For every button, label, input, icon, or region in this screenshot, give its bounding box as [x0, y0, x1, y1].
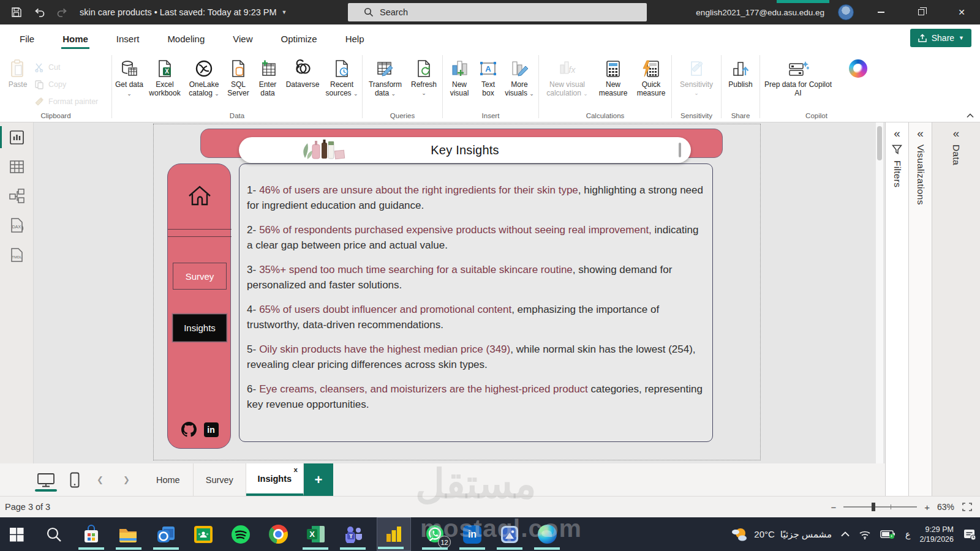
add-page-button[interactable]: + [304, 463, 333, 496]
minimize-button[interactable] [867, 0, 894, 24]
close-tab-icon[interactable]: x [293, 466, 297, 473]
format-painter-button: Format painter [34, 93, 98, 110]
desktop-layout-button[interactable] [37, 463, 55, 496]
outlook-icon[interactable] [153, 517, 179, 551]
clock[interactable]: 9:29 PM 2/19/2026 [919, 525, 954, 544]
filters-panel-collapsed[interactable]: « Filters [885, 122, 908, 496]
get-data-icon [120, 56, 138, 81]
prep-data-copilot-button[interactable]: Prep data for Copilot AI [761, 55, 835, 99]
restore-button[interactable] [908, 0, 935, 24]
paste-icon [9, 56, 27, 81]
weather-widget[interactable]: 20°C مشمس جزئيًا [730, 527, 832, 542]
menu-optimize[interactable]: Optimize [280, 28, 318, 49]
onelake-catalog-button[interactable]: OneLake catalog ⌄ [184, 55, 224, 99]
copilot-logo-button[interactable] [845, 55, 872, 82]
undo-icon[interactable] [33, 7, 45, 18]
teams-icon[interactable]: T [339, 517, 366, 551]
get-data-button[interactable]: Get data ⌄ [113, 55, 145, 99]
dataverse-button[interactable]: Dataverse [282, 55, 323, 91]
expand-filters-icon[interactable]: « [894, 129, 900, 138]
insights-text-box[interactable]: 1-46% of users are unsure about the righ… [239, 163, 713, 442]
menu-bar: File Home Insert Modeling View Optimize … [0, 24, 980, 51]
tab-insights[interactable]: Insights x [246, 463, 304, 496]
recent-sources-button[interactable]: Recent sources ⌄ [323, 55, 361, 99]
account-avatar[interactable] [838, 4, 854, 20]
enter-data-button[interactable]: Enter data [253, 55, 282, 99]
ribbon-group-share: Publish Share [723, 51, 758, 122]
start-button[interactable] [3, 517, 30, 551]
model-view-button[interactable] [0, 181, 34, 211]
menu-file[interactable]: File [18, 28, 36, 49]
notification-center-icon[interactable] [963, 528, 976, 541]
close-button[interactable]: ✕ [948, 0, 975, 24]
quick-measure-button[interactable]: Quick measure [632, 55, 670, 99]
insights-header-pill[interactable]: Key Insights [239, 137, 691, 163]
prep-data-copilot-icon [787, 56, 809, 81]
photos-icon[interactable] [496, 517, 523, 551]
more-visuals-button[interactable]: More visuals ⌄ [502, 55, 537, 99]
battery-icon[interactable] [880, 530, 896, 539]
sql-server-button[interactable]: SQL Server [224, 55, 253, 99]
tab-home[interactable]: Home [143, 463, 194, 496]
wifi-icon[interactable] [859, 530, 871, 539]
keyboard-language-indicator[interactable]: ع [905, 530, 910, 539]
whatsapp-icon[interactable]: 12 [421, 517, 448, 551]
prev-page-arrow[interactable]: ❮ [94, 475, 106, 484]
taskbar-search-button[interactable] [40, 517, 67, 551]
insights-nav-button[interactable]: Insights [173, 314, 227, 342]
google-classroom-icon[interactable] [190, 517, 217, 551]
excel-workbook-button[interactable]: X Excel workbook [145, 55, 184, 99]
tmdl-view-button[interactable]: TMDL [0, 240, 34, 269]
new-visual-button[interactable]: New visual [444, 55, 475, 99]
menu-modeling[interactable]: Modeling [166, 28, 206, 49]
linkedin-icon-taskbar[interactable]: in [459, 517, 486, 551]
spotify-icon[interactable] [227, 517, 254, 551]
next-page-arrow[interactable]: ❯ [121, 475, 132, 484]
tray-chevron-up-icon[interactable] [841, 531, 850, 537]
zoom-slider-handle[interactable] [872, 503, 875, 511]
data-panel-collapsed[interactable]: « Data [932, 122, 980, 496]
ribbon: Paste Cut Copy Format painter Clipboard [0, 51, 980, 122]
report-canvas[interactable]: Key Insights Survey Insights in 1-46% of… [34, 122, 885, 463]
account-email[interactable]: english2021_177@edu.asu.edu.eg [696, 8, 824, 17]
expand-data-icon[interactable]: « [953, 129, 960, 138]
zoom-slider[interactable] [843, 506, 917, 508]
transform-data-button[interactable]: Transform data ⌄ [364, 55, 407, 99]
new-measure-button[interactable]: New measure [594, 55, 632, 99]
table-view-button[interactable] [0, 152, 34, 181]
github-icon[interactable] [181, 422, 197, 437]
menu-view[interactable]: View [232, 28, 254, 49]
microsoft-store-icon[interactable] [78, 517, 105, 551]
excel-icon[interactable]: X [302, 517, 329, 551]
share-button[interactable]: Share ▼ [910, 29, 971, 47]
menu-insert[interactable]: Insert [115, 28, 141, 49]
chrome-icon[interactable] [265, 517, 292, 551]
refresh-button[interactable]: Refresh ⌄ [407, 55, 441, 99]
quick-measure-icon [641, 56, 661, 81]
text-box-button[interactable]: A Text box [475, 55, 502, 99]
mobile-layout-button[interactable] [70, 463, 80, 496]
document-title[interactable]: skin care products • Last saved: Today a… [80, 7, 287, 17]
tab-survey[interactable]: Survey [194, 463, 246, 496]
save-icon[interactable] [11, 7, 22, 18]
menu-help[interactable]: Help [344, 28, 366, 49]
report-view-button[interactable] [0, 122, 34, 152]
survey-nav-button[interactable]: Survey [173, 263, 227, 290]
canvas-scrollbar[interactable] [876, 122, 883, 463]
expand-visualizations-icon[interactable]: « [917, 129, 924, 138]
power-bi-icon[interactable] [377, 517, 411, 551]
edge-icon[interactable] [533, 517, 560, 551]
menu-home[interactable]: Home [61, 28, 89, 49]
dax-query-view-button[interactable]: DAX [0, 211, 34, 240]
visualizations-panel-collapsed[interactable]: « Visualizations [908, 122, 932, 496]
home-nav-button[interactable] [168, 182, 232, 209]
file-explorer-icon[interactable] [115, 517, 142, 551]
ribbon-collapse-button[interactable] [967, 113, 974, 118]
redo-icon[interactable] [56, 7, 69, 18]
search-input[interactable]: Search [348, 3, 647, 21]
zoom-out-button[interactable]: − [831, 502, 836, 512]
fit-to-page-button[interactable] [962, 502, 973, 512]
zoom-in-button[interactable]: + [924, 502, 930, 512]
publish-button[interactable]: Publish [723, 55, 758, 91]
linkedin-icon[interactable]: in [204, 422, 219, 437]
